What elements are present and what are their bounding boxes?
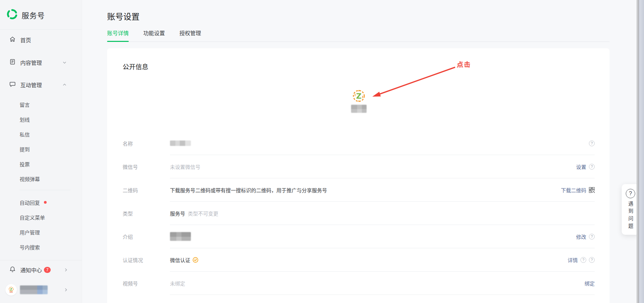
question-circle-icon[interactable]: ?: [580, 257, 586, 263]
subnav-label: 留言: [20, 101, 30, 108]
subnav-label: 自定义菜单: [20, 214, 45, 221]
qr-code-description: 下载服务号二维码或带有搜一搜标识的二维码，用于推广与分享服务号: [170, 186, 327, 194]
question-circle-icon[interactable]: ?: [589, 164, 595, 170]
sidebar-item-private-messages[interactable]: 私信: [0, 127, 82, 142]
svg-text:Z: Z: [356, 92, 362, 100]
download-qr-link[interactable]: 下载二维码: [561, 186, 586, 194]
introduction-value-redacted: [170, 232, 191, 241]
svg-text:Z: Z: [10, 287, 13, 291]
tab-feature-settings[interactable]: 功能设置: [143, 29, 165, 42]
subnav-label: 用户管理: [20, 229, 40, 236]
question-circle-icon: ?: [626, 189, 635, 198]
bell-icon: [9, 266, 16, 274]
tools-menu: 自动回复 自定义菜单 用户管理 号内搜索: [0, 195, 82, 254]
sidebar-bottom: 通知中心 7 Z: [0, 260, 82, 300]
chevron-down-icon: [62, 60, 67, 65]
sidebar-item-mentions[interactable]: 提到: [0, 142, 82, 156]
chevron-right-icon: [64, 268, 68, 272]
row-video-channel: 视频号 未绑定 绑定: [123, 272, 595, 295]
edit-introduction-link[interactable]: 修改: [576, 233, 586, 240]
row-verification: 认证情况 微信认证 详情 ? ?: [123, 248, 595, 272]
document-icon: [9, 58, 16, 67]
home-icon: [9, 36, 16, 44]
subnav-label: 划线: [20, 116, 30, 123]
sidebar-item-interaction-mgmt[interactable]: 互动管理: [0, 77, 82, 92]
public-info-card: 公开信息 Z 点击 名称: [107, 48, 610, 303]
row-name: 名称 ?: [123, 132, 595, 155]
row-label: 视频号: [123, 272, 170, 295]
sidebar-item-content-mgmt[interactable]: 内容管理: [0, 55, 82, 70]
notification-badge: 7: [44, 267, 51, 273]
wechat-mp-logo-icon: [6, 8, 18, 21]
account-settings-screen: 服务号 首页 内容管理: [0, 0, 644, 303]
notification-label: 通知中心: [20, 266, 42, 274]
subnav-label: 号内搜索: [20, 244, 40, 251]
unread-dot: [44, 201, 47, 204]
row-introduction: 介绍 修改 ?: [123, 225, 595, 248]
account-type-value: 服务号: [170, 210, 185, 217]
row-label: 类型: [123, 202, 170, 225]
row-label: 二维码: [123, 178, 170, 202]
account-type-note: 类型不可变更: [188, 210, 218, 217]
row-wechat-id: 微信号 未设置微信号 设置 ?: [123, 155, 595, 178]
tab-account-details[interactable]: 账号详情: [107, 29, 129, 42]
row-qr-code: 二维码 下载服务号二维码或带有搜一搜标识的二维码，用于推广与分享服务号 下载二维…: [123, 178, 595, 202]
row-label: 微信号: [123, 155, 170, 178]
sidebar-item-in-account-search[interactable]: 号内搜索: [0, 239, 82, 254]
tab-authorization-mgmt[interactable]: 授权管理: [179, 29, 201, 42]
sidebar-item-user-mgmt[interactable]: 用户管理: [0, 225, 82, 239]
sidebar: 服务号 首页 内容管理: [0, 0, 82, 303]
subnav-label: 提到: [20, 146, 30, 153]
row-label: 名称: [123, 132, 170, 155]
page-title: 账号设置: [107, 10, 644, 22]
verified-check-icon: [193, 257, 198, 263]
click-annotation-label: 点击: [457, 59, 471, 69]
subnav-label: 视频弹幕: [20, 175, 40, 182]
wechat-id-value: 未设置微信号: [170, 163, 200, 170]
app-title: 服务号: [22, 9, 45, 20]
interaction-submenu: 留言 划线 私信 提到 投票 视频弹幕: [0, 97, 82, 186]
verification-details-link[interactable]: 详情: [568, 256, 578, 263]
chevron-up-icon: [62, 82, 67, 87]
qr-code-icon[interactable]: [589, 187, 595, 193]
set-wechat-id-link[interactable]: 设置: [576, 163, 586, 170]
vertical-scrollbar[interactable]: [639, 0, 644, 303]
sidebar-nav: 首页 内容管理 互动管理 留言: [0, 30, 82, 254]
sidebar-item-underlines[interactable]: 划线: [0, 112, 82, 127]
account-avatar: Z: [5, 284, 17, 296]
sidebar-item-auto-reply[interactable]: 自动回复: [0, 195, 82, 210]
question-circle-icon[interactable]: ?: [589, 141, 595, 146]
account-name-redacted: [20, 285, 48, 294]
sidebar-item-custom-menu[interactable]: 自定义菜单: [0, 210, 82, 225]
name-value-redacted: [170, 141, 191, 146]
sidebar-item-home[interactable]: 首页: [0, 32, 82, 47]
row-label: 认证情况: [123, 248, 170, 272]
sidebar-divider: [20, 190, 70, 190]
question-circle-icon[interactable]: ?: [589, 234, 595, 239]
sidebar-item-comments[interactable]: 留言: [0, 97, 82, 112]
main-area: 账号设置 账号详情 功能设置 授权管理 公开信息 Z 点击: [82, 0, 644, 303]
account-avatar-large[interactable]: Z: [351, 88, 367, 104]
sidebar-item-label: 互动管理: [20, 81, 62, 89]
account-avatar-block: Z: [123, 88, 595, 113]
current-account-item[interactable]: Z: [0, 280, 82, 300]
subnav-label: 自动回复: [20, 199, 40, 206]
section-title: 公开信息: [123, 48, 595, 71]
video-channel-value: 未绑定: [170, 280, 185, 287]
notification-center-item[interactable]: 通知中心 7: [0, 260, 82, 279]
sidebar-item-label: 内容管理: [20, 58, 62, 67]
sidebar-item-label: 首页: [20, 36, 82, 44]
row-account-type: 类型 服务号 类型不可变更: [123, 202, 595, 225]
bind-video-channel-link[interactable]: 绑定: [585, 280, 595, 287]
sidebar-item-video-danmu[interactable]: 视频弹幕: [0, 171, 82, 186]
question-circle-icon[interactable]: ?: [589, 257, 595, 263]
chat-icon: [9, 81, 16, 89]
subnav-label: 投票: [20, 160, 30, 168]
tab-bar: 账号详情 功能设置 授权管理: [107, 29, 610, 42]
chevron-right-icon: [64, 287, 68, 292]
row-label: 介绍: [123, 225, 170, 248]
sidebar-item-votes[interactable]: 投票: [0, 156, 82, 171]
subnav-label: 私信: [20, 131, 30, 138]
account-name-redacted: [351, 105, 367, 113]
logo-row: 服务号: [0, 0, 82, 30]
